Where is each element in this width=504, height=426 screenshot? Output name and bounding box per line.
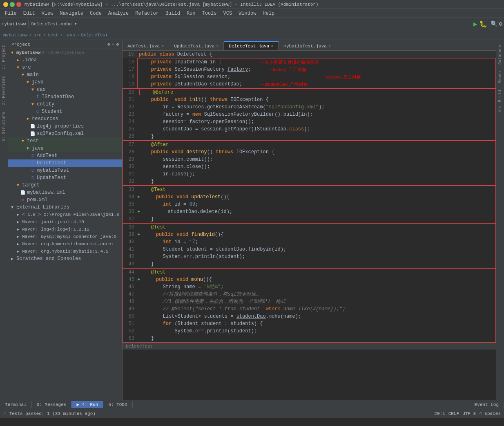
menu-item-build[interactable]: Build — [162, 10, 183, 17]
code-line-32: 32 } — [123, 178, 495, 185]
breadcrumb-java[interactable]: java — [64, 33, 75, 38]
code-editor[interactable]: 15 public class DeleteTest { 16 private … — [123, 51, 496, 400]
collapse-icon[interactable]: ≡ — [112, 42, 115, 47]
menu-item-window[interactable]: Window — [235, 10, 259, 17]
search-button[interactable]: 🔍 — [491, 20, 497, 27]
breadcrumb-mybatisww[interactable]: mybatisww — [3, 33, 27, 38]
run-gutter-36[interactable]: ▶ — [138, 208, 144, 215]
side-tab-maven[interactable]: Maven — [497, 68, 503, 87]
tree-item-log4j[interactable]: 📄 log4j.properties — [8, 123, 122, 130]
tree-item-mysql[interactable]: ▶ Maven: mysql:mysql-connector-java:5 — [8, 233, 122, 240]
xml-icon: 📄 — [29, 130, 36, 137]
code-content-43: } — [138, 260, 495, 268]
bottom-tab-terminal[interactable]: Terminal — [0, 401, 32, 408]
side-tab-database[interactable]: Database — [497, 42, 503, 68]
breadcrumb-src[interactable]: src — [33, 33, 42, 38]
tree-item-scratches[interactable]: ▶ Scratches and Consoles — [8, 255, 122, 262]
tree-item-idea[interactable]: ▶ .idea — [8, 56, 122, 64]
tree-item-deletetest[interactable]: C DeleteTest — [8, 159, 122, 167]
code-content-53: } — [138, 335, 495, 342]
lib-icon: ▶ — [15, 241, 21, 247]
tab-updatetest[interactable]: UpdateTest.java × — [169, 42, 224, 50]
tree-item-junit[interactable]: ▶ Maven: junit:junit:4.10 — [8, 218, 122, 226]
breadcrumb-deletetest[interactable]: DeleteTest — [81, 33, 108, 38]
line-number-23: 23 — [123, 111, 138, 118]
menu-item-code[interactable]: Code — [87, 10, 105, 17]
side-tab-favorites[interactable]: 2: Favorites — [1, 73, 7, 109]
tree-item-main[interactable]: ▼ main — [8, 71, 122, 78]
bottom-tab-run[interactable]: ▶ 4: Run — [71, 401, 103, 408]
menu-item-view[interactable]: View — [38, 10, 57, 17]
bottom-tab-eventlog[interactable]: Event Log — [470, 401, 504, 408]
code-line-42: 42 System.err.println(student); — [123, 253, 495, 260]
tree-item-sqlmap[interactable]: 📄 sqlMapConfig.xml — [8, 130, 122, 137]
tree-item-istudentdao[interactable]: I IStudentDao — [8, 93, 122, 101]
menu-item-analyze[interactable]: Analyze — [105, 10, 132, 17]
tab-close-addtest[interactable]: × — [161, 44, 164, 49]
settings-icon[interactable]: ⚙ — [116, 42, 119, 47]
menu-item-tools[interactable]: Tools — [199, 10, 220, 17]
tree-item-hamcrest[interactable]: ▶ Maven: org.hamcrest:hamcrest-core: — [8, 240, 122, 248]
menu-item-help[interactable]: Help — [259, 10, 278, 17]
menu-item-run[interactable]: Run — [183, 10, 199, 17]
sidebar-controls[interactable]: ⊕ ≡ ⚙ — [107, 42, 119, 47]
sidebar-tree: ▼ mybatisww F:\Code\mybatisww ▶ .idea ▼ … — [8, 49, 122, 400]
tree-item-jdk[interactable]: ▶ < 1.8 > C:\Program Files\Java\jdk1.8 — [8, 211, 122, 218]
code-content-29: session.commit(); — [138, 156, 495, 163]
sync-icon[interactable]: ⊕ — [107, 42, 110, 47]
tree-item-java-main[interactable]: ▼ java — [8, 78, 122, 86]
run-button[interactable]: ▶ — [473, 20, 477, 28]
tree-item-resources[interactable]: ▼ resources — [8, 115, 122, 123]
tree-item-target[interactable]: ▼ target — [8, 182, 122, 189]
ext-libs-icon: ▼ — [9, 204, 16, 211]
tree-item-pom[interactable]: m pom.xml — [8, 196, 122, 204]
tree-item-java-test[interactable]: ▼ java — [8, 145, 122, 152]
code-content-40: int id = 17; — [138, 238, 495, 246]
tree-item-mybatistest[interactable]: C mybatisTest — [8, 167, 122, 174]
menu-item-file[interactable]: File — [2, 10, 20, 17]
tree-item-test[interactable]: ▼ test — [8, 137, 122, 145]
folder-icon: ▼ — [25, 116, 31, 122]
bottom-tab-todo[interactable]: 6: TODO — [103, 401, 132, 408]
tab-mybatistest[interactable]: mybatisTest.java × — [279, 42, 336, 50]
tree-item-updatetest[interactable]: C UpdateTest — [8, 174, 122, 182]
window-controls[interactable] — [3, 2, 21, 7]
tree-item-log4j-lib[interactable]: ▶ Maven: log4j:log4j:1.2.12 — [8, 226, 122, 233]
menu-item-edit[interactable]: Edit — [20, 10, 38, 17]
tab-addtest[interactable]: AddTest.java × — [123, 42, 169, 50]
breadcrumb-test[interactable]: test — [47, 33, 58, 38]
line-number-50: 50 — [123, 313, 138, 320]
debug-button[interactable]: 🐛 — [479, 20, 487, 28]
maximize-button[interactable] — [10, 2, 15, 7]
tab-deletetest[interactable]: DeleteTest.java × — [224, 41, 279, 50]
tree-item-addtest[interactable]: C AddTest — [8, 152, 122, 159]
tree-item-dao[interactable]: ▼ dao — [8, 86, 122, 93]
tree-item-root[interactable]: ▼ mybatisww F:\Code\mybatisww — [8, 49, 122, 56]
settings-icon[interactable]: ⚙ — [499, 20, 502, 27]
tree-item-student[interactable]: C Student — [8, 108, 122, 115]
tree-item-src[interactable]: ▼ src — [8, 64, 122, 71]
run-gutter-34[interactable]: ▶ — [138, 193, 144, 201]
run-gutter-45[interactable]: ▶ — [138, 276, 144, 283]
tab-close-mybatistest[interactable]: × — [328, 44, 331, 49]
menu-item-navigate[interactable]: Navigate — [56, 10, 87, 17]
code-line-25: 25 studentDao = session.getMapper(IStude… — [123, 126, 495, 133]
side-tab-project[interactable]: 1: Project — [1, 42, 7, 73]
bottom-tab-messages[interactable]: 0: Messages — [32, 401, 72, 408]
tree-item-mybatis[interactable]: ▶ Maven: org.mybatis:mybatis:3.4.5 — [8, 248, 122, 255]
tab-close-updatetest[interactable]: × — [216, 44, 219, 49]
close-button[interactable] — [16, 2, 21, 7]
tree-item-ext-libs[interactable]: ▼ External Libraries — [8, 204, 122, 211]
run-gutter-39[interactable]: ▶ — [138, 231, 144, 238]
side-tab-structure[interactable]: 3: Structure — [1, 109, 7, 145]
menu-item-refactor[interactable]: Refactor — [132, 10, 162, 17]
tree-item-entity[interactable]: ▼ entity — [8, 101, 122, 108]
side-tab-ant[interactable]: Ant Build — [497, 87, 503, 115]
menu-item-vcs[interactable]: VCS — [220, 10, 236, 17]
tree-item-iml[interactable]: 📄 mybatisww.iml — [8, 189, 122, 196]
tab-close-deletetest[interactable]: × — [271, 44, 273, 49]
code-content-42: System.err.println(student); — [138, 253, 495, 260]
code-content-19: private IStudentDao studentDao; ←student… — [138, 81, 495, 88]
folder-icon: ▼ — [25, 145, 31, 152]
minimize-button[interactable] — [3, 2, 8, 7]
